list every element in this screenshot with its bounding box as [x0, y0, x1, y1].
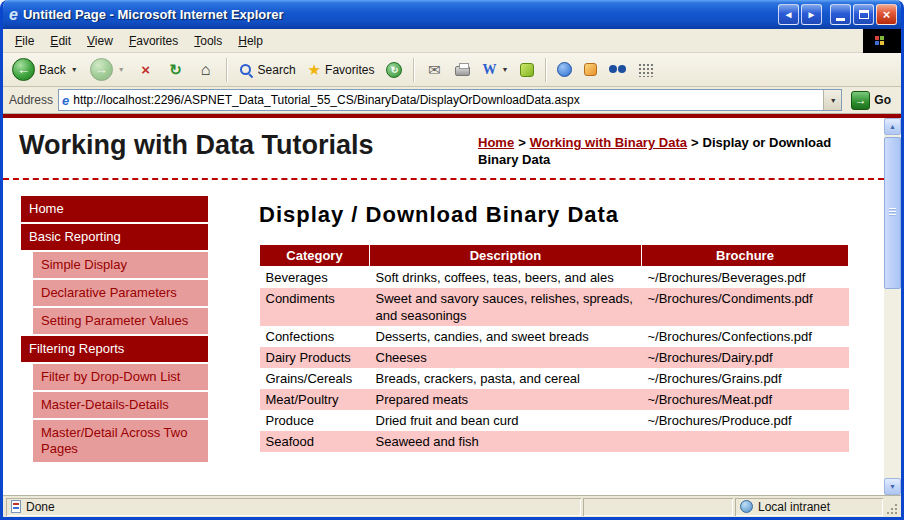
- home-icon: ⌂: [197, 61, 215, 79]
- go-arrow-icon: →: [851, 91, 870, 110]
- print-button[interactable]: [450, 61, 475, 78]
- sidebar-item-master-details-details[interactable]: Master-Details-Details: [33, 392, 208, 418]
- sidebar-item-filter-by-drop-down-list[interactable]: Filter by Drop-Down List: [33, 364, 208, 390]
- toolbar-separator: [226, 58, 227, 82]
- sidebar-nav: Home Basic Reporting Simple Display Decl…: [21, 196, 208, 464]
- page-icon: e: [62, 93, 69, 108]
- table-header-row: Category Description Brochure: [260, 245, 849, 267]
- cell-description: Desserts, candies, and sweet breads: [370, 326, 642, 347]
- local-intranet-icon: [740, 500, 753, 513]
- pointer-left-icon: ◄: [784, 9, 794, 20]
- scroll-up-button[interactable]: ▲: [884, 118, 901, 135]
- windows-logo-throbber: [863, 29, 901, 53]
- close-button[interactable]: ×: [876, 4, 897, 25]
- table-row: Dairy Products Cheeses ~/Brochures/Dairy…: [260, 347, 849, 368]
- stop-icon: ×: [137, 61, 155, 78]
- sidebar-item-setting-parameter-values[interactable]: Setting Parameter Values: [33, 308, 208, 334]
- cell-description: Prepared meats: [370, 389, 642, 410]
- minimize-button[interactable]: [830, 4, 851, 25]
- back-icon: ←: [12, 58, 35, 81]
- search-label: Search: [258, 63, 296, 77]
- titlebar-extra-left-button[interactable]: ◄: [778, 4, 799, 25]
- favorites-label: Favorites: [325, 63, 374, 77]
- menu-favorites[interactable]: Favorites: [121, 31, 186, 51]
- messenger-button[interactable]: [515, 61, 539, 79]
- back-dropdown-icon[interactable]: ▼: [71, 66, 78, 73]
- forward-dropdown-icon[interactable]: ▼: [118, 66, 125, 73]
- close-icon: ×: [883, 7, 891, 22]
- history-button[interactable]: ↻: [381, 60, 407, 80]
- addon-button-4[interactable]: [633, 61, 659, 79]
- cell-brochure: [642, 431, 849, 452]
- home-button[interactable]: ⌂: [192, 59, 220, 81]
- column-header-description: Description: [370, 245, 642, 267]
- menu-file[interactable]: File: [7, 31, 42, 51]
- mail-button[interactable]: ✉: [420, 59, 448, 81]
- cell-category: Beverages: [260, 267, 370, 289]
- breadcrumb-link-section[interactable]: Working with Binary Data: [530, 135, 687, 150]
- toolbar-separator: [545, 58, 546, 82]
- vertical-scrollbar[interactable]: ▲ ▼: [884, 118, 901, 495]
- edit-dropdown-icon[interactable]: ▼: [501, 66, 508, 73]
- addon-button-1[interactable]: [552, 60, 577, 79]
- cell-brochure: ~/Brochures/Confections.pdf: [642, 326, 849, 347]
- refresh-button[interactable]: ↻: [162, 59, 190, 81]
- cell-category: Condiments: [260, 288, 370, 326]
- menu-help[interactable]: Help: [230, 31, 271, 51]
- cell-description: Dried fruit and bean curd: [370, 410, 642, 431]
- binoculars-icon: [609, 64, 626, 75]
- history-icon: ↻: [386, 62, 402, 78]
- status-text: Done: [26, 500, 55, 514]
- minimize-icon: [836, 18, 845, 21]
- menu-edit[interactable]: Edit: [42, 31, 79, 51]
- stop-button[interactable]: ×: [132, 59, 160, 80]
- cell-brochure: ~/Brochures/Beverages.pdf: [642, 267, 849, 289]
- sidebar-item-filtering-reports[interactable]: Filtering Reports: [21, 336, 208, 362]
- sidebar-item-declarative-parameters[interactable]: Declarative Parameters: [33, 280, 208, 306]
- sidebar-item-master-detail-across-two-pages[interactable]: Master/Detail Across Two Pages: [33, 420, 208, 462]
- sidebar-item-basic-reporting[interactable]: Basic Reporting: [21, 224, 208, 250]
- menu-tools[interactable]: Tools: [186, 31, 230, 51]
- site-title: Working with Data Tutorials: [19, 130, 374, 160]
- favorites-button[interactable]: ★ Favorites: [303, 59, 380, 81]
- search-button[interactable]: Search: [233, 60, 301, 80]
- scrollbar-track[interactable]: [884, 135, 901, 478]
- forward-icon: →: [90, 58, 113, 81]
- breadcrumb-separator: >: [518, 135, 526, 150]
- browser-viewport: Working with Data Tutorials Home>Working…: [3, 118, 901, 495]
- maximize-button[interactable]: [853, 4, 874, 25]
- back-button[interactable]: ← Back ▼: [7, 56, 83, 83]
- edit-button[interactable]: W ▼: [477, 60, 513, 80]
- titlebar[interactable]: e Untitled Page - Microsoft Internet Exp…: [3, 0, 901, 29]
- cell-category: Dairy Products: [260, 347, 370, 368]
- cell-description: Seaweed and fish: [370, 431, 642, 452]
- scroll-down-icon: ▼: [889, 483, 896, 490]
- sidebar-item-home[interactable]: Home: [21, 196, 208, 222]
- mail-icon: ✉: [425, 61, 443, 79]
- addon-button-3[interactable]: [604, 62, 631, 77]
- cell-description: Cheeses: [370, 347, 642, 368]
- breadcrumb-separator: >: [691, 135, 699, 150]
- globe-icon: [557, 62, 572, 77]
- page-title: Display / Download Binary Data: [259, 202, 849, 228]
- titlebar-extra-right-button[interactable]: ►: [801, 4, 822, 25]
- sidebar-item-simple-display[interactable]: Simple Display: [33, 252, 208, 278]
- cell-brochure: ~/Brochures/Dairy.pdf: [642, 347, 849, 368]
- cell-brochure: ~/Brochures/Meat.pdf: [642, 389, 849, 410]
- refresh-icon: ↻: [167, 61, 185, 79]
- address-dropdown-button[interactable]: ▼: [823, 90, 841, 110]
- scrollbar-thumb[interactable]: [884, 137, 901, 289]
- address-input[interactable]: e http://localhost:2296/ASPNET_Data_Tuto…: [58, 89, 842, 111]
- main-content: Display / Download Binary Data Category …: [259, 180, 849, 452]
- back-label: Back: [39, 63, 66, 77]
- document-done-icon: [11, 500, 21, 513]
- forward-button[interactable]: → ▼: [85, 56, 130, 83]
- menu-view[interactable]: View: [79, 31, 121, 51]
- cell-category: Confections: [260, 326, 370, 347]
- go-button[interactable]: → Go: [847, 90, 895, 111]
- resize-grip[interactable]: [884, 498, 899, 516]
- scroll-down-button[interactable]: ▼: [884, 478, 901, 495]
- breadcrumb-link-home[interactable]: Home: [478, 135, 514, 150]
- addon-button-2[interactable]: [579, 61, 602, 78]
- print-icon: [455, 66, 470, 76]
